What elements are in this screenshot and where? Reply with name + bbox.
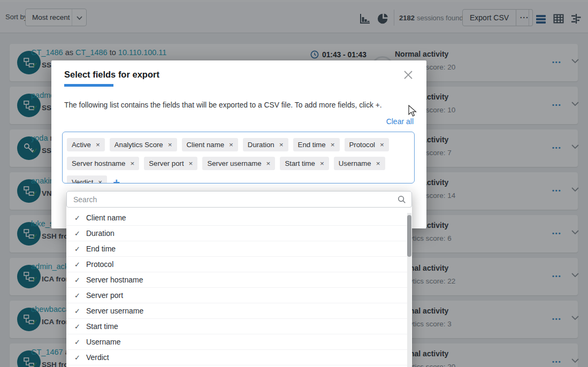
field-option-verdict[interactable]: ✓Verdict — [66, 350, 412, 365]
field-chip-active: Active× — [67, 138, 105, 151]
search-box — [66, 191, 412, 208]
field-options-dropdown: ✓Client name✓Duration✓End time✓Protocol✓… — [66, 191, 412, 367]
title-accent-bar — [64, 84, 113, 87]
remove-chip-icon[interactable]: × — [266, 160, 271, 167]
chip-label: Server hostname — [72, 159, 125, 167]
field-option-duration[interactable]: ✓Duration — [66, 226, 412, 241]
check-icon: ✓ — [74, 214, 80, 222]
option-label: Server port — [86, 291, 123, 300]
remove-chip-icon[interactable]: × — [320, 160, 324, 167]
add-field-button[interactable]: + — [113, 177, 120, 184]
option-label: Server username — [86, 307, 143, 315]
field-option-server-port[interactable]: ✓Server port — [66, 288, 412, 303]
search-icon — [398, 195, 406, 204]
modal-title: Select fields for export — [64, 70, 159, 80]
dropdown-scrollbar[interactable] — [407, 213, 411, 367]
chip-label: Duration — [248, 141, 274, 149]
close-icon[interactable] — [403, 70, 414, 80]
field-chip-username: Username× — [334, 157, 385, 170]
chip-label: Active — [72, 141, 91, 149]
chip-label: Username — [339, 159, 371, 167]
field-chip-server-username: Server username× — [202, 157, 275, 170]
search-input[interactable] — [67, 192, 411, 207]
remove-chip-icon[interactable]: × — [189, 160, 193, 167]
chip-label: Verdict — [72, 178, 93, 184]
clear-all-link[interactable]: Clear all — [386, 117, 414, 126]
option-label: Client name — [86, 213, 126, 222]
chip-label: Analytics Score — [114, 141, 163, 149]
chip-label: Client name — [187, 141, 224, 149]
field-chip-duration: Duration× — [243, 138, 288, 151]
check-icon: ✓ — [74, 307, 80, 315]
remove-chip-icon[interactable]: × — [229, 141, 233, 149]
field-option-username[interactable]: ✓Username — [66, 334, 412, 350]
chip-label: Protocol — [349, 141, 375, 149]
check-icon: ✓ — [74, 354, 80, 362]
field-option-server-hostname[interactable]: ✓Server hostname — [66, 272, 412, 288]
check-icon: ✓ — [74, 338, 80, 346]
option-label: Protocol — [86, 260, 113, 269]
field-chip-client-name: Client name× — [182, 138, 238, 151]
selected-fields-box: Active×Analytics Score×Client name×Durat… — [62, 132, 415, 184]
check-icon: ✓ — [74, 230, 80, 238]
option-label: Username — [86, 338, 121, 346]
field-option-start-time[interactable]: ✓Start time — [66, 319, 412, 334]
field-chip-analytics-score: Analytics Score× — [110, 138, 177, 151]
field-options-list: ✓Client name✓Duration✓End time✓Protocol✓… — [66, 210, 412, 365]
field-chip-server-port: Server port× — [144, 157, 197, 170]
chip-label: Server port — [149, 159, 184, 167]
remove-chip-icon[interactable]: × — [96, 141, 100, 149]
remove-chip-icon[interactable]: × — [331, 141, 335, 149]
field-option-client-name[interactable]: ✓Client name — [66, 210, 412, 226]
remove-chip-icon[interactable]: × — [98, 179, 102, 184]
check-icon: ✓ — [74, 276, 80, 284]
modal-description: The following list contains the fields t… — [64, 101, 407, 109]
chip-label: End time — [298, 141, 326, 149]
check-icon: ✓ — [74, 245, 80, 253]
option-label: Server hostname — [86, 276, 143, 284]
remove-chip-icon[interactable]: × — [130, 160, 134, 167]
field-option-protocol[interactable]: ✓Protocol — [66, 257, 412, 272]
remove-chip-icon[interactable]: × — [380, 141, 384, 149]
field-chip-server-hostname: Server hostname× — [67, 157, 139, 170]
field-chip-protocol: Protocol× — [345, 138, 389, 151]
field-chip-start-time: Start time× — [280, 157, 329, 170]
remove-chip-icon[interactable]: × — [279, 141, 284, 149]
chip-label: Server username — [207, 159, 261, 167]
check-icon: ✓ — [74, 261, 80, 269]
remove-chip-icon[interactable]: × — [168, 141, 172, 149]
field-chip-verdict: Verdict× — [67, 175, 107, 184]
check-icon: ✓ — [74, 292, 80, 300]
scrollbar-thumb[interactable] — [407, 215, 411, 257]
remove-chip-icon[interactable]: × — [376, 160, 380, 167]
chip-label: Start time — [285, 159, 315, 167]
option-label: Duration — [86, 229, 114, 238]
field-chip-end-time: End time× — [293, 138, 340, 151]
option-label: End time — [86, 244, 116, 253]
field-option-server-username[interactable]: ✓Server username — [66, 303, 412, 319]
check-icon: ✓ — [74, 323, 80, 331]
option-label: Start time — [86, 322, 118, 331]
field-option-end-time[interactable]: ✓End time — [66, 241, 412, 257]
option-label: Verdict — [86, 353, 109, 362]
